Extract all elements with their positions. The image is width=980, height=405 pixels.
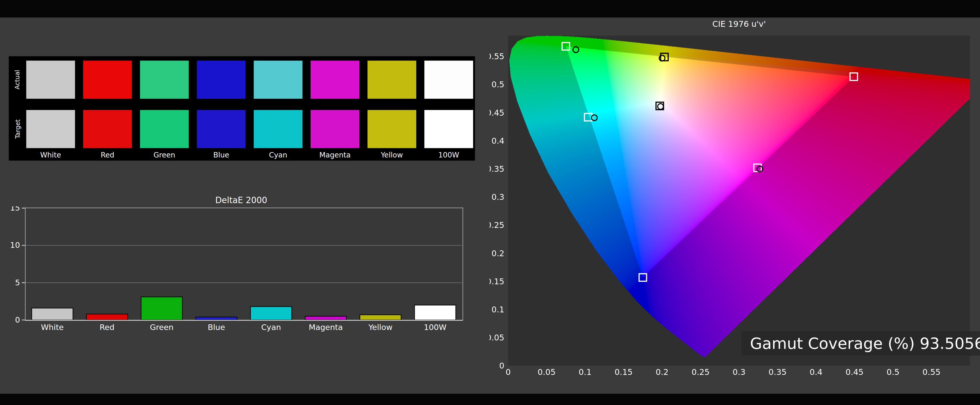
swatch-target-cyan <box>254 110 302 148</box>
swatch-column-label-yellow: Yellow <box>368 151 416 159</box>
calibration-report-window: Actual Target WhiteRedGreenBlueCyanMagen… <box>0 0 980 405</box>
swatch-column-label-red: Red <box>83 151 132 159</box>
swatch-grid: WhiteRedGreenBlueCyanMagentaYellow100W <box>26 61 473 159</box>
row-label-target: Target <box>9 110 26 148</box>
deltae-category-label-green: Green <box>150 323 173 332</box>
cie-ytick-label: 0 <box>499 361 504 370</box>
cie-xtick-label: 0.3 <box>733 367 746 377</box>
deltae-bar-yellow <box>360 314 401 320</box>
swatch-column-cyan: Cyan <box>254 61 302 159</box>
swatch-target-green <box>140 110 189 148</box>
cie-chromaticity-canvas <box>508 36 970 366</box>
color-checker-panel: Actual Target WhiteRedGreenBlueCyanMagen… <box>9 56 475 160</box>
swatch-target-white <box>26 110 75 148</box>
swatch-actual-100w <box>425 61 473 99</box>
cie-ytick-label: 0.45 <box>490 108 504 118</box>
bottom-window-bar <box>0 394 980 405</box>
swatch-target-100w <box>425 110 473 148</box>
swatch-actual-magenta <box>310 61 360 99</box>
cie-ytick-label: 0.1 <box>492 305 504 314</box>
cie-xtick-label: 0.15 <box>614 367 633 377</box>
cie-xtick-label: 0.05 <box>538 367 555 377</box>
deltae-category-label-magenta: Magenta <box>309 323 343 332</box>
swatch-target-yellow <box>368 110 416 148</box>
cie-ytick-label: 0.5 <box>492 79 504 89</box>
deltae-category-label-blue: Blue <box>208 323 225 332</box>
cie-xtick-label: 0.5 <box>886 367 900 377</box>
swatch-target-red <box>83 110 132 148</box>
deltae-category-label-cyan: Cyan <box>261 323 281 332</box>
deltae-bar-chart: 051015WhiteRedGreenBlueCyanMagentaYellow… <box>6 206 476 334</box>
deltae-category-label-red: Red <box>100 323 115 332</box>
deltae-category-label-yellow: Yellow <box>368 323 393 332</box>
deltae-bar-green <box>141 297 183 320</box>
deltae-bar-100w <box>414 305 456 320</box>
swatch-column-100w: 100W <box>425 61 473 159</box>
cie-ytick-label: 0.25 <box>490 220 504 230</box>
swatch-column-label-blue: Blue <box>197 151 245 159</box>
deltae-bar-red <box>86 314 128 320</box>
cie-xtick-label: 0.25 <box>692 367 710 377</box>
deltae-bar-cyan <box>250 307 292 320</box>
cie-xtick-label: 0 <box>506 367 511 377</box>
cie-ytick-label: 0.15 <box>490 276 504 286</box>
swatch-actual-white <box>26 61 75 99</box>
swatch-column-green: Green <box>140 61 189 159</box>
swatch-column-red: Red <box>83 61 132 159</box>
row-label-actual: Actual <box>9 61 26 99</box>
deltae-bar-magenta <box>305 316 347 320</box>
cie-chart-title: CIE 1976 u'v' <box>508 19 970 29</box>
cie-ytick-label: 0.55 <box>490 52 504 61</box>
swatch-actual-cyan <box>254 61 302 99</box>
deltae-ytick-label: 0 <box>15 315 20 324</box>
swatch-column-label-100w: 100W <box>425 151 473 159</box>
swatch-column-magenta: Magenta <box>310 61 360 159</box>
deltae-ytick-label: 15 <box>10 206 20 212</box>
cie-ytick-label: 0.3 <box>492 192 504 202</box>
swatch-actual-red <box>83 61 132 99</box>
cie-ytick-label: 0.05 <box>490 333 504 343</box>
cie-ytick-label: 0.4 <box>492 136 504 146</box>
row-label-target-text: Target <box>14 119 21 139</box>
swatch-column-label-white: White <box>26 151 75 159</box>
deltae-bar-white <box>32 308 73 320</box>
top-window-bar <box>0 0 980 17</box>
cie-ytick-label: 0.35 <box>490 164 504 174</box>
cie-ytick-label: 0.2 <box>492 249 504 258</box>
swatch-column-white: White <box>26 61 75 159</box>
swatch-column-label-cyan: Cyan <box>254 151 302 159</box>
deltae-bar-blue <box>196 317 237 320</box>
cie-xtick-label: 0.2 <box>655 367 669 377</box>
deltae-plot-area <box>25 208 463 320</box>
swatch-actual-yellow <box>368 61 416 99</box>
deltae-ytick-label: 10 <box>10 241 20 249</box>
swatch-actual-green <box>140 61 189 99</box>
swatch-actual-blue <box>197 61 245 99</box>
cie-xtick-label: 0.45 <box>845 367 864 377</box>
swatch-column-label-green: Green <box>140 151 189 159</box>
row-label-actual-text: Actual <box>14 70 21 90</box>
cie-xtick-label: 0.35 <box>768 367 787 377</box>
deltae-chart-title: DeltaE 2000 <box>6 195 476 205</box>
swatch-column-blue: Blue <box>197 61 245 159</box>
swatch-target-magenta <box>310 110 360 148</box>
cie-xtick-label: 0.1 <box>579 367 592 377</box>
deltae-ytick-label: 5 <box>15 278 20 287</box>
deltae-category-label-100w: 100W <box>424 323 447 332</box>
swatch-target-blue <box>197 110 245 148</box>
swatch-column-yellow: Yellow <box>368 61 416 159</box>
deltae-category-label-white: White <box>41 323 64 332</box>
gamut-coverage-readout: Gamut Coverage (%) 93.5056 <box>741 331 980 356</box>
cie-xtick-label: 0.4 <box>810 367 822 377</box>
cie-xtick-label: 0.55 <box>923 367 941 377</box>
swatch-column-label-magenta: Magenta <box>310 151 360 159</box>
